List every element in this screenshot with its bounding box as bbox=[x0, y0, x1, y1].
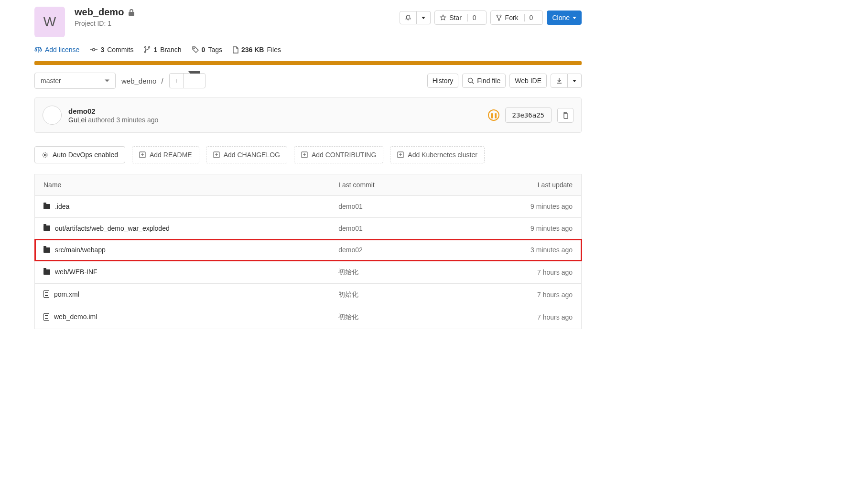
svg-rect-9 bbox=[564, 114, 568, 118]
project-avatar: W bbox=[34, 7, 65, 37]
file-last-commit[interactable]: 初始化 bbox=[330, 283, 472, 306]
star-icon bbox=[440, 14, 446, 21]
svg-point-4 bbox=[145, 47, 146, 48]
star-count: 0 bbox=[467, 14, 481, 21]
file-last-commit[interactable]: demo02 bbox=[330, 239, 472, 261]
project-id-label: Project ID: 1 bbox=[75, 20, 135, 27]
th-commit: Last commit bbox=[330, 174, 472, 196]
commit-author[interactable]: GuLei bbox=[68, 116, 86, 124]
auto-devops-button[interactable]: Auto DevOps enabled bbox=[34, 146, 125, 163]
file-tree-table: Name Last commit Last update .ideademo01… bbox=[34, 174, 582, 329]
table-row[interactable]: src/main/webappdemo023 minutes ago bbox=[35, 239, 582, 261]
commit-icon bbox=[90, 47, 97, 52]
fork-label: Fork bbox=[505, 14, 519, 21]
file-last-commit[interactable]: 初始化 bbox=[330, 261, 472, 283]
folder-icon bbox=[43, 225, 50, 231]
commits-stat[interactable]: 3Commits bbox=[90, 46, 133, 54]
fork-icon bbox=[496, 14, 502, 21]
table-row[interactable]: pom.xml初始化7 hours ago bbox=[35, 283, 582, 306]
files-stat[interactable]: 236 KBFiles bbox=[233, 46, 281, 54]
tag-icon bbox=[192, 46, 199, 53]
download-button-group[interactable] bbox=[551, 74, 582, 88]
project-stats: Add license 3Commits 1Branch 0Tags 236 K… bbox=[34, 46, 582, 54]
download-icon bbox=[556, 77, 563, 84]
table-row[interactable]: .ideademo019 minutes ago bbox=[35, 196, 582, 218]
project-suggestions: Auto DevOps enabled Add README Add CHANG… bbox=[34, 146, 582, 163]
plus-icon: + bbox=[170, 74, 184, 88]
last-commit-box: demo02 GuLei authored 3 minutes ago ❚❚ 2… bbox=[34, 97, 582, 133]
folder-icon bbox=[43, 269, 50, 275]
bell-icon bbox=[405, 14, 411, 21]
add-changelog-button[interactable]: Add CHANGELOG bbox=[206, 146, 287, 163]
pipeline-status-pending-icon[interactable]: ❚❚ bbox=[488, 109, 499, 121]
file-name[interactable]: web/WEB-INF bbox=[43, 268, 97, 276]
clipboard-icon bbox=[562, 112, 569, 119]
notification-button[interactable] bbox=[400, 11, 417, 24]
notification-button-group[interactable] bbox=[400, 11, 431, 24]
find-file-button[interactable]: Find file bbox=[462, 74, 506, 88]
add-file-dropdown[interactable]: + bbox=[169, 73, 206, 88]
commit-message[interactable]: demo02 bbox=[68, 107, 158, 115]
svg-point-5 bbox=[149, 47, 150, 48]
add-license-link[interactable]: Add license bbox=[34, 46, 79, 54]
file-icon bbox=[43, 313, 49, 321]
table-row[interactable]: web/WEB-INF初始化7 hours ago bbox=[35, 261, 582, 283]
fork-count: 0 bbox=[524, 14, 538, 21]
project-name[interactable]: web_demo bbox=[75, 7, 124, 18]
add-kubernetes-button[interactable]: Add Kubernetes cluster bbox=[390, 146, 485, 163]
license-icon bbox=[34, 46, 42, 53]
notification-dropdown[interactable] bbox=[417, 11, 431, 24]
file-last-commit[interactable]: 初始化 bbox=[330, 306, 472, 329]
svg-point-1 bbox=[500, 15, 501, 16]
download-button[interactable] bbox=[551, 74, 568, 88]
file-last-commit[interactable]: demo01 bbox=[330, 196, 472, 218]
file-last-commit[interactable]: demo01 bbox=[330, 217, 472, 239]
file-last-update: 7 hours ago bbox=[472, 283, 582, 306]
file-name[interactable]: src/main/webapp bbox=[43, 246, 106, 254]
web-ide-button[interactable]: Web IDE bbox=[509, 74, 547, 88]
lock-icon bbox=[128, 9, 135, 16]
file-last-update: 9 minutes ago bbox=[472, 217, 582, 239]
chevron-down-icon bbox=[422, 17, 425, 19]
tags-stat[interactable]: 0Tags bbox=[192, 46, 222, 54]
project-header: W web_demo Project ID: 1 Star 0 bbox=[34, 7, 582, 37]
commit-sha[interactable]: 23e36a25 bbox=[505, 107, 552, 123]
copy-sha-button[interactable] bbox=[557, 108, 573, 123]
download-dropdown[interactable] bbox=[568, 74, 582, 88]
file-name[interactable]: out/artifacts/web_demo_war_exploded bbox=[43, 225, 170, 232]
th-update: Last update bbox=[472, 174, 582, 196]
svg-point-2 bbox=[498, 19, 499, 21]
commit-author-avatar[interactable] bbox=[43, 106, 62, 125]
branches-stat[interactable]: 1Branch bbox=[144, 46, 181, 54]
breadcrumb-separator: / bbox=[161, 77, 163, 85]
file-icon bbox=[43, 290, 49, 298]
plus-square-icon bbox=[139, 151, 146, 158]
chevron-down-icon bbox=[184, 74, 205, 88]
fork-button[interactable]: Fork 0 bbox=[490, 11, 543, 25]
storage-bar bbox=[34, 61, 582, 65]
add-readme-button[interactable]: Add README bbox=[132, 146, 199, 163]
gear-icon bbox=[42, 151, 49, 159]
star-label: Star bbox=[449, 14, 462, 21]
plus-square-icon bbox=[301, 151, 308, 158]
history-button[interactable]: History bbox=[427, 74, 459, 88]
branch-selector[interactable]: master bbox=[34, 73, 116, 89]
add-contributing-button[interactable]: Add CONTRIBUTING bbox=[294, 146, 383, 163]
chevron-down-icon bbox=[573, 80, 576, 82]
svg-point-10 bbox=[44, 154, 46, 156]
clone-button[interactable]: Clone bbox=[547, 11, 582, 25]
search-icon bbox=[467, 77, 474, 84]
files-icon bbox=[233, 46, 238, 54]
breadcrumb-root[interactable]: web_demo bbox=[121, 77, 156, 85]
file-last-update: 3 minutes ago bbox=[472, 239, 582, 261]
file-name[interactable]: web_demo.iml bbox=[43, 313, 97, 321]
table-row[interactable]: out/artifacts/web_demo_war_explodeddemo0… bbox=[35, 217, 582, 239]
svg-point-8 bbox=[468, 78, 473, 83]
clone-label: Clone bbox=[552, 14, 570, 21]
star-button[interactable]: Star 0 bbox=[434, 11, 486, 25]
file-name[interactable]: .idea bbox=[43, 203, 69, 210]
svg-point-3 bbox=[93, 49, 95, 51]
table-row[interactable]: web_demo.iml初始化7 hours ago bbox=[35, 306, 582, 329]
file-last-update: 9 minutes ago bbox=[472, 196, 582, 218]
file-name[interactable]: pom.xml bbox=[43, 290, 79, 298]
